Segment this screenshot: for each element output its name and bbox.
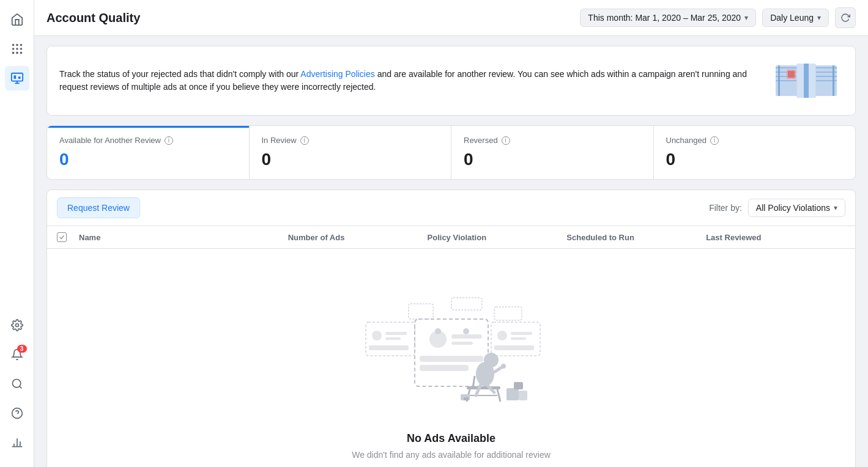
stats-tabs: Available for Another Review i 0 In Revi… xyxy=(47,126,855,179)
page-title: Account Quality xyxy=(46,11,140,25)
svg-rect-35 xyxy=(815,76,837,77)
home-icon[interactable] xyxy=(5,7,29,32)
notification-badge: 3 xyxy=(17,345,27,353)
sidebar-bottom: 3 xyxy=(5,313,29,467)
svg-rect-73 xyxy=(519,391,527,400)
notifications-icon[interactable]: 3 xyxy=(5,342,29,367)
empty-state: No Ads Available We didn't find any ads … xyxy=(47,249,855,467)
advertising-policies-link[interactable]: Advertising Policies xyxy=(300,69,374,79)
info-banner: Track the status of your rejected ads th… xyxy=(46,46,856,116)
svg-point-68 xyxy=(501,364,506,369)
svg-rect-28 xyxy=(776,80,797,81)
svg-rect-33 xyxy=(815,67,837,68)
filter-dropdown[interactable]: All Policy Violations ▾ xyxy=(748,199,845,217)
svg-rect-44 xyxy=(409,304,433,319)
banner-text-part1: Track the status of your rejected ads th… xyxy=(59,69,300,79)
col-header-policy: Policy Violation xyxy=(428,233,567,242)
svg-rect-10 xyxy=(13,75,16,79)
help-icon[interactable] xyxy=(5,401,29,425)
stat-value-unchanged: 0 xyxy=(666,150,844,169)
svg-rect-49 xyxy=(451,334,482,339)
settings-icon[interactable] xyxy=(5,313,29,337)
svg-rect-43 xyxy=(369,345,409,350)
stat-value-reversed: 0 xyxy=(464,150,641,169)
svg-rect-41 xyxy=(385,332,407,335)
main-content: Account Quality This month: Mar 1, 2020 … xyxy=(34,0,868,467)
svg-point-0 xyxy=(12,44,14,46)
search-icon[interactable] xyxy=(5,372,29,396)
request-review-button[interactable]: Request Review xyxy=(57,197,140,218)
svg-rect-30 xyxy=(788,71,795,78)
svg-rect-51 xyxy=(420,356,483,362)
stat-label-in-review: In Review i xyxy=(262,136,439,145)
date-range-label: This month: Mar 1, 2020 – Mar 25, 2020 xyxy=(588,13,741,23)
info-icon-in-review[interactable]: i xyxy=(300,136,309,145)
stat-label-unchanged: Unchanged i xyxy=(666,136,844,145)
svg-rect-75 xyxy=(464,397,469,400)
table-header: Name Number of Ads Policy Violation Sche… xyxy=(47,226,855,249)
stat-value-in-review: 0 xyxy=(262,150,439,169)
svg-point-66 xyxy=(484,353,499,367)
date-picker-chevron: ▾ xyxy=(744,13,748,22)
col-header-reviewed: Last Reviewed xyxy=(706,233,845,242)
info-icon-available[interactable]: i xyxy=(165,136,173,145)
sidebar: 3 xyxy=(0,0,34,467)
svg-rect-36 xyxy=(815,80,837,81)
svg-point-4 xyxy=(16,48,18,50)
empty-state-title: No Ads Available xyxy=(407,432,495,445)
svg-rect-38 xyxy=(804,64,809,98)
date-picker-button[interactable]: This month: Mar 1, 2020 – Mar 25, 2020 ▾ xyxy=(580,9,756,27)
svg-rect-25 xyxy=(776,67,797,68)
svg-point-54 xyxy=(463,328,469,334)
user-name-label: Daly Leung xyxy=(770,13,814,23)
svg-point-3 xyxy=(12,48,14,50)
empty-state-subtitle: We didn't find any ads available for add… xyxy=(352,450,551,460)
svg-point-1 xyxy=(16,44,18,46)
svg-rect-57 xyxy=(511,332,532,335)
stat-tab-unchanged[interactable]: Unchanged i 0 xyxy=(654,126,856,179)
filter-section: Filter by: All Policy Violations ▾ xyxy=(709,199,845,217)
svg-rect-71 xyxy=(506,388,519,400)
info-icon-unchanged[interactable]: i xyxy=(710,136,719,145)
filter-dropdown-label: All Policy Violations xyxy=(756,203,830,213)
svg-rect-45 xyxy=(451,298,482,310)
empty-illustration xyxy=(347,285,555,420)
col-header-name: Name xyxy=(79,233,288,242)
refresh-button[interactable] xyxy=(835,7,856,28)
col-header-ads: Number of Ads xyxy=(288,233,428,242)
svg-rect-46 xyxy=(494,307,522,320)
svg-rect-34 xyxy=(815,72,837,73)
svg-line-62 xyxy=(497,389,500,402)
svg-rect-11 xyxy=(18,76,20,79)
svg-point-53 xyxy=(435,328,441,334)
svg-point-40 xyxy=(372,331,382,340)
info-icon-reversed[interactable]: i xyxy=(502,136,510,145)
user-button[interactable]: Daly Leung ▾ xyxy=(762,9,829,27)
select-all-checkbox[interactable] xyxy=(57,232,67,242)
analytics-icon[interactable] xyxy=(5,430,29,455)
svg-point-2 xyxy=(20,44,22,46)
stat-tab-reversed[interactable]: Reversed i 0 xyxy=(451,126,654,179)
svg-rect-52 xyxy=(420,365,469,371)
user-chevron: ▾ xyxy=(817,13,821,22)
table-section: Request Review Filter by: All Policy Vio… xyxy=(46,189,856,467)
svg-point-7 xyxy=(16,52,18,54)
filter-dropdown-chevron: ▾ xyxy=(834,204,837,212)
svg-rect-42 xyxy=(385,337,401,340)
col-header-scheduled: Scheduled to Run xyxy=(566,233,706,242)
stat-tab-in-review[interactable]: In Review i 0 xyxy=(250,126,452,179)
ads-manager-icon[interactable] xyxy=(5,66,29,90)
svg-point-8 xyxy=(20,52,22,54)
svg-rect-60 xyxy=(467,386,500,389)
svg-point-5 xyxy=(20,48,22,50)
stat-value-available: 0 xyxy=(59,150,237,169)
svg-line-16 xyxy=(19,386,21,389)
stat-tab-available[interactable]: Available for Another Review i 0 xyxy=(47,126,250,179)
svg-point-15 xyxy=(12,380,20,388)
banner-illustration xyxy=(770,56,843,105)
page-content: Track the status of your rejected ads th… xyxy=(34,36,868,467)
svg-rect-50 xyxy=(451,342,473,345)
grid-icon[interactable] xyxy=(5,37,29,61)
svg-point-14 xyxy=(15,324,18,327)
stat-label-available: Available for Another Review i xyxy=(59,136,237,145)
